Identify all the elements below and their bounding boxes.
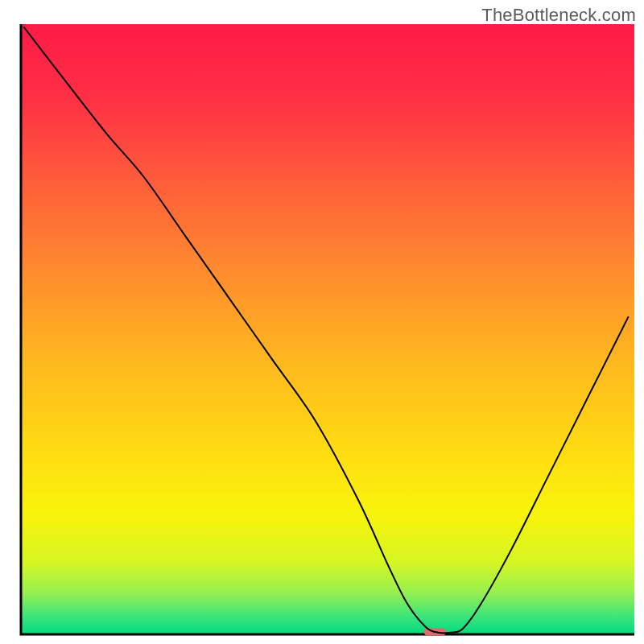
- gradient-background: [21, 24, 634, 634]
- watermark-label: TheBottleneck.com: [481, 5, 636, 26]
- bottleneck-chart: TheBottleneck.com: [0, 0, 644, 644]
- chart-canvas: [0, 0, 644, 644]
